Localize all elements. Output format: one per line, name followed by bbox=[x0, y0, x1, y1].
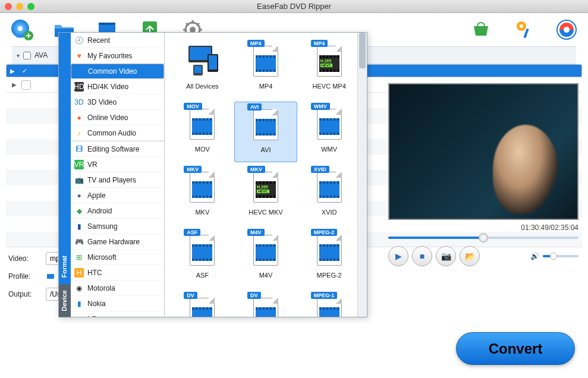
category-label: Android bbox=[87, 207, 112, 215]
format-mp4[interactable]: MP4MP4 bbox=[234, 39, 298, 99]
volume-slider[interactable] bbox=[543, 255, 578, 257]
format-avi[interactable]: AVIAVI bbox=[234, 102, 298, 162]
category-my-favourites[interactable]: ♥My Favourites bbox=[71, 48, 164, 64]
scrollbar[interactable] bbox=[357, 33, 367, 317]
format-m4v[interactable]: M4VM4V bbox=[234, 228, 298, 288]
minimize-button[interactable] bbox=[16, 3, 23, 10]
apple-icon: ● bbox=[74, 191, 84, 200]
format-mkv[interactable]: MKVMKV bbox=[171, 165, 234, 225]
play-button[interactable]: ▶ bbox=[388, 246, 408, 266]
zoom-button[interactable] bbox=[27, 3, 34, 10]
game-icon: 🎮 bbox=[74, 237, 84, 247]
samsung-icon: ▮ bbox=[74, 222, 84, 231]
format-mpeg-1[interactable]: MPEG-1 bbox=[297, 291, 361, 317]
category-3d-video[interactable]: 3D3D Video bbox=[71, 94, 164, 110]
open-folder-button[interactable]: 📂 bbox=[460, 246, 480, 266]
category-label: My Favourites bbox=[87, 52, 132, 60]
category-label: LG bbox=[87, 315, 97, 317]
clock-icon: 🕘 bbox=[74, 36, 84, 45]
format-label: MKV bbox=[195, 209, 209, 216]
category-list[interactable]: 🕘Recent♥My Favourites🎞Common VideoHDHD/4… bbox=[71, 33, 165, 317]
format-label: HEVC MKV bbox=[249, 209, 282, 216]
format-grid[interactable]: All DevicesMP4MP4MP4H.265HEVCHEVC MP4MOV… bbox=[165, 33, 367, 317]
shop-button[interactable] bbox=[468, 17, 494, 43]
format-wmv[interactable]: WMVWMV bbox=[297, 102, 361, 162]
convert-button[interactable]: Convert bbox=[456, 332, 575, 365]
category-online-video[interactable]: ●Online Video bbox=[71, 110, 164, 125]
category-apple[interactable]: ●Apple bbox=[71, 188, 164, 203]
category-lg[interactable]: ◉LG bbox=[71, 311, 164, 317]
category-samsung[interactable]: ▮Samsung bbox=[71, 219, 164, 234]
vr-icon: VR bbox=[74, 160, 84, 169]
category-htc[interactable]: HHTC bbox=[71, 265, 164, 281]
category-vr[interactable]: VRVR bbox=[71, 157, 164, 172]
category-android[interactable]: ◆Android bbox=[71, 203, 164, 219]
svg-point-11 bbox=[520, 24, 523, 28]
tab-format[interactable]: Format bbox=[59, 250, 71, 284]
format-xvid[interactable]: XVIDXVID bbox=[297, 165, 361, 225]
tab-device[interactable]: Device bbox=[59, 284, 71, 317]
preview-video[interactable] bbox=[388, 83, 578, 220]
play-icon[interactable]: ▶ bbox=[12, 81, 17, 88]
htc-icon: H bbox=[74, 268, 84, 278]
volume-icon[interactable]: 🔊 bbox=[530, 252, 539, 260]
format-label: M4V bbox=[259, 272, 273, 279]
row-checkbox[interactable] bbox=[21, 80, 31, 90]
lg-icon: ◉ bbox=[74, 314, 84, 317]
format-mov[interactable]: MOVMOV bbox=[171, 102, 234, 162]
fire-icon: ● bbox=[74, 113, 84, 122]
format-mpeg-2[interactable]: MPEG-2MPEG-2 bbox=[297, 228, 361, 288]
expand-icon[interactable]: ▾ bbox=[17, 52, 20, 59]
format-label: WMV bbox=[321, 146, 337, 153]
register-button[interactable] bbox=[511, 17, 537, 43]
scrub-bar[interactable] bbox=[388, 237, 578, 239]
category-label: Common Video bbox=[88, 67, 137, 75]
heart-icon: ♥ bbox=[74, 51, 84, 61]
category-label: Apple bbox=[87, 191, 106, 200]
category-editing-software[interactable]: 🎞Editing Software bbox=[71, 141, 164, 157]
category-label: Nokia bbox=[87, 300, 106, 308]
category-motorola[interactable]: ◉Motorola bbox=[71, 281, 164, 296]
category-game-hardware[interactable]: 🎮Game Hardware bbox=[71, 234, 164, 250]
snapshot-button[interactable]: 📷 bbox=[436, 246, 456, 266]
format-asf[interactable]: ASFASF bbox=[171, 228, 234, 288]
category-label: VR bbox=[87, 160, 98, 169]
stop-button[interactable]: ■ bbox=[412, 246, 432, 266]
category-common-audio[interactable]: ♪Common Audio bbox=[71, 125, 164, 141]
load-dvd-button[interactable]: DVD bbox=[8, 17, 34, 43]
help-button[interactable] bbox=[554, 17, 580, 43]
category-microsoft[interactable]: ⊞Microsoft bbox=[71, 250, 164, 265]
profile-icon bbox=[46, 272, 55, 281]
film-icon: 🎞 bbox=[74, 144, 84, 154]
format-label: HEVC MP4 bbox=[313, 83, 346, 90]
category-recent[interactable]: 🕘Recent bbox=[71, 33, 164, 48]
category-tv-and-players[interactable]: 📺TV and Players bbox=[71, 172, 164, 188]
category-nokia[interactable]: ▮Nokia bbox=[71, 296, 164, 311]
format-label: MOV bbox=[195, 146, 210, 153]
format-label: XVID bbox=[322, 209, 337, 216]
svg-rect-19 bbox=[209, 55, 217, 70]
play-icon[interactable]: ▶ bbox=[10, 68, 15, 74]
titlebar: EaseFab DVD Ripper bbox=[0, 0, 588, 13]
category-common-video[interactable]: 🎞Common Video bbox=[71, 64, 164, 79]
category-label: Motorola bbox=[87, 284, 115, 292]
format-dv[interactable]: DV bbox=[171, 291, 234, 317]
format-dv[interactable]: DV bbox=[234, 291, 298, 317]
format-hevc-mkv[interactable]: MKVH.265HEVCHEVC MKV bbox=[234, 165, 298, 225]
category-label: HTC bbox=[87, 269, 102, 277]
category-label: Online Video bbox=[87, 114, 128, 122]
category-label: Common Audio bbox=[87, 129, 136, 137]
category-label: Game Hardware bbox=[87, 238, 140, 246]
scrub-knob[interactable] bbox=[479, 233, 488, 242]
svg-rect-5 bbox=[99, 23, 115, 25]
row-checkbox[interactable]: ✓ bbox=[20, 66, 29, 75]
category-hd-4k-video[interactable]: HDHD/4K Video bbox=[71, 79, 164, 94]
scrollbar-thumb[interactable] bbox=[359, 33, 366, 68]
format-hevc-mp4[interactable]: MP4H.265HEVCHEVC MP4 bbox=[297, 39, 361, 99]
nokia-icon: ▮ bbox=[74, 299, 84, 308]
tv-icon: 📺 bbox=[74, 175, 84, 185]
category-label: TV and Players bbox=[87, 176, 136, 184]
close-button[interactable] bbox=[5, 3, 12, 10]
format-all-devices[interactable]: All Devices bbox=[171, 39, 234, 99]
source-checkbox[interactable] bbox=[23, 52, 31, 59]
